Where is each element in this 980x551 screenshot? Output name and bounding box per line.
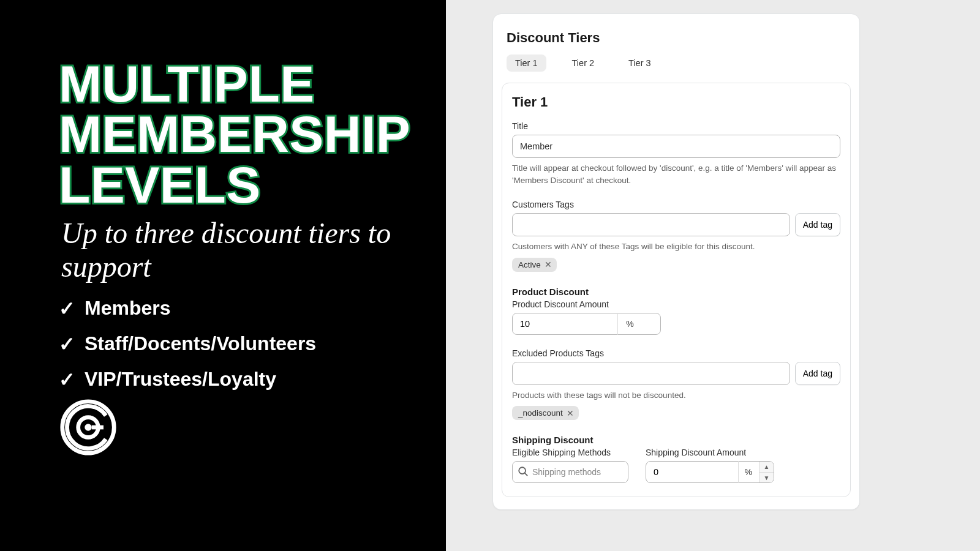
svg-point-2 bbox=[85, 424, 92, 431]
excluded-tag-chip: _nodiscount ✕ bbox=[512, 406, 579, 420]
svg-line-5 bbox=[525, 473, 528, 476]
excluded-products-tags-label: Excluded Products Tags bbox=[512, 348, 840, 358]
title-help: Title will appear at checkout followed b… bbox=[512, 162, 840, 186]
title-input[interactable] bbox=[512, 135, 840, 158]
tab-tier-3[interactable]: Tier 3 bbox=[620, 54, 660, 72]
bullet-label: VIP/Trustees/Loyalty bbox=[85, 368, 276, 391]
stepper-up-icon[interactable]: ▲ bbox=[760, 462, 774, 473]
card-title: Discount Tiers bbox=[493, 30, 859, 54]
product-discount-heading: Product Discount bbox=[512, 287, 840, 297]
customers-tags-input[interactable] bbox=[512, 213, 790, 236]
chip-label: _nodiscount bbox=[518, 408, 563, 418]
promo-headline: MULTIPLE MEMBERSHIP LEVELS bbox=[59, 59, 446, 210]
promo-bullets: ✓Members ✓Staff/Docents/Volunteers ✓VIP/… bbox=[59, 297, 446, 391]
discount-tiers-card: Discount Tiers Tier 1 Tier 2 Tier 3 Tier… bbox=[492, 13, 860, 510]
headline-line-3: LEVELS bbox=[59, 160, 446, 210]
bullet-item: ✓VIP/Trustees/Loyalty bbox=[59, 368, 446, 391]
bullet-label: Staff/Docents/Volunteers bbox=[85, 332, 316, 355]
add-customer-tag-button[interactable]: Add tag bbox=[795, 213, 840, 236]
remove-chip-icon[interactable]: ✕ bbox=[567, 409, 574, 418]
tier-heading: Tier 1 bbox=[512, 94, 840, 110]
shipping-discount-heading: Shipping Discount bbox=[512, 435, 840, 445]
customers-tags-label: Customers Tags bbox=[512, 200, 840, 209]
shipping-methods-input[interactable] bbox=[512, 461, 628, 483]
brand-logo-icon bbox=[59, 398, 118, 459]
excluded-products-tags-help: Products with these tags will not be dis… bbox=[512, 389, 840, 402]
headline-line-2: MEMBERSHIP bbox=[59, 109, 446, 159]
percent-suffix: % bbox=[738, 461, 757, 483]
title-label: Title bbox=[512, 121, 840, 131]
check-icon: ✓ bbox=[59, 332, 74, 356]
search-icon bbox=[518, 466, 529, 479]
customers-tags-help: Customers with ANY of these Tags will be… bbox=[512, 241, 840, 253]
bullet-label: Members bbox=[85, 297, 171, 320]
shipping-methods-label: Eligible Shipping Methods bbox=[512, 448, 635, 457]
headline-line-1: MULTIPLE bbox=[59, 59, 446, 109]
product-discount-amount-label: Product Discount Amount bbox=[512, 299, 840, 309]
svg-point-4 bbox=[519, 468, 526, 474]
bullet-item: ✓Members bbox=[59, 297, 446, 320]
admin-panel: Discount Tiers Tier 1 Tier 2 Tier 3 Tier… bbox=[446, 0, 980, 551]
percent-suffix: % bbox=[617, 313, 642, 335]
tab-tier-1[interactable]: Tier 1 bbox=[507, 54, 546, 72]
tier-tabs: Tier 1 Tier 2 Tier 3 bbox=[493, 54, 859, 83]
customer-tag-chip: Active ✕ bbox=[512, 258, 557, 272]
promo-subtitle: Up to three discount tiers to support bbox=[61, 216, 446, 283]
chip-label: Active bbox=[518, 260, 541, 269]
stepper-down-icon[interactable]: ▼ bbox=[760, 473, 774, 483]
remove-chip-icon[interactable]: ✕ bbox=[545, 260, 552, 269]
shipping-discount-amount-label: Shipping Discount Amount bbox=[646, 448, 774, 457]
tab-tier-2[interactable]: Tier 2 bbox=[564, 54, 603, 72]
add-excluded-tag-button[interactable]: Add tag bbox=[795, 362, 840, 385]
promo-panel: MULTIPLE MEMBERSHIP LEVELS Up to three d… bbox=[0, 0, 446, 551]
excluded-products-tags-input[interactable] bbox=[512, 362, 790, 385]
stepper-buttons: ▲ ▼ bbox=[759, 462, 774, 482]
check-icon: ✓ bbox=[59, 297, 74, 320]
tier-editor: Tier 1 Title Title will appear at checko… bbox=[502, 83, 851, 497]
check-icon: ✓ bbox=[59, 368, 74, 391]
bullet-item: ✓Staff/Docents/Volunteers bbox=[59, 332, 446, 356]
